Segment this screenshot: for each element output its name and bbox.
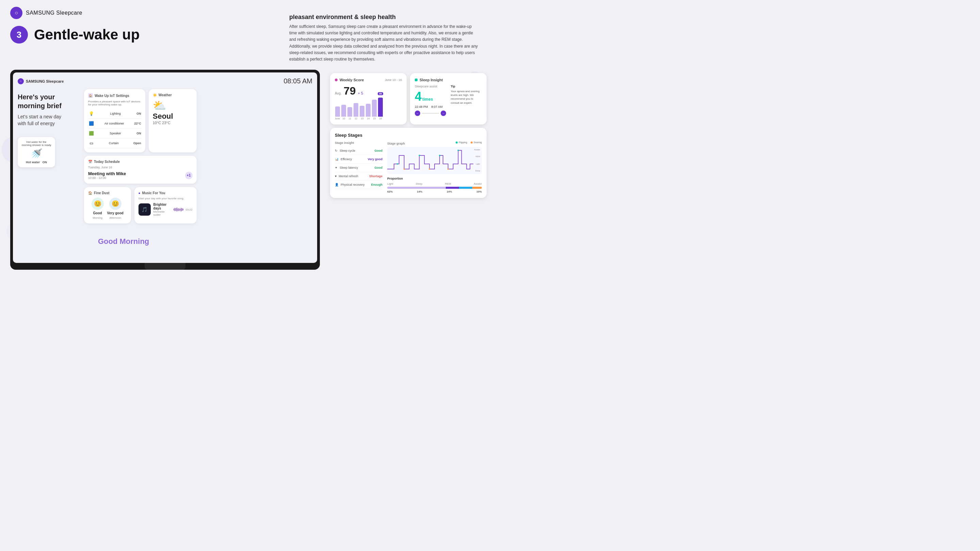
meeting-badge: +1	[185, 172, 192, 179]
stage-icon: ♥	[335, 175, 337, 178]
iot-title: 🏠 Wake Up IoT Settings	[88, 93, 141, 98]
weather-temp: 10°C 23°C	[153, 121, 192, 125]
insight-tip: Tip Your apnea and snoring levels are hi…	[451, 85, 482, 116]
logo-icon: ○	[10, 7, 22, 19]
proportion-section: Proportion Light Deep REM Awake 6	[387, 177, 482, 193]
fine-dust-card: 🏠 Fine Dust 😊 Good Morning 😊 Ver	[84, 187, 131, 224]
score-number: 79	[344, 85, 356, 97]
stage-value: Good	[375, 149, 383, 152]
bar-group: 8616	[378, 98, 383, 120]
music-player: 🎵 Brighter days Monnette sudler	[138, 203, 192, 216]
arrow-right[interactable]: →	[441, 111, 446, 116]
morning-face-icon: 😊	[92, 198, 104, 210]
bar-label: 12	[355, 118, 357, 120]
bar-group: 14	[366, 104, 371, 120]
svg-point-7	[458, 150, 459, 151]
iot-device-row: 🟦 Air conditioner 22°C	[88, 119, 141, 129]
proportion-label: Proportion	[387, 177, 482, 180]
stages-list: ↻ Sleep cycle Good 📊 Efficiecy Very good…	[335, 147, 382, 189]
time-arrows: ← →	[415, 111, 446, 116]
device-icon: 🟩	[88, 130, 94, 137]
svg-point-5	[418, 155, 420, 156]
desc-title: pleasant environment & sleep health	[289, 14, 480, 21]
bar	[335, 106, 340, 117]
desc-body: After sufficient sleep, Samsung sleep ca…	[289, 24, 480, 63]
bar: 86	[378, 98, 383, 117]
svg-point-10	[447, 168, 449, 170]
prop-labels: Light Deep REM Awake	[387, 182, 482, 185]
bar-chart: June1011121314158616	[335, 99, 402, 120]
stage-value: Good	[375, 166, 383, 169]
tv-frame: ○ SAMSUNG Sleepcare 08:05 AM Here's your…	[10, 70, 320, 270]
bar-label: 13	[361, 118, 363, 120]
music-desc: Start your day with your favorite song.	[138, 197, 192, 200]
morning-quality: Good	[93, 211, 102, 215]
device-value: ON	[137, 112, 141, 115]
song-duration: 03:22	[185, 208, 192, 211]
bar-label: 15	[373, 118, 375, 120]
prop-awake	[472, 187, 482, 189]
bar-label: 14	[367, 118, 369, 120]
meeting-name: Meeting with Mike	[88, 171, 126, 176]
bar-group: June	[335, 106, 340, 120]
svg-point-4	[397, 163, 398, 165]
waveform	[173, 207, 183, 212]
device-name: Air conditioner	[105, 122, 124, 125]
schedule-date: Tuesday, June 16	[88, 166, 192, 169]
stage-name: 📊 Efficiecy	[335, 157, 352, 161]
morning-text: Here's your morning brief	[18, 92, 81, 110]
fine-dust-title: 🏠 Fine Dust	[88, 191, 127, 195]
hot-water-label: Hot water ON	[21, 160, 52, 164]
svg-point-8	[404, 168, 405, 170]
stage-row: ♥ Mental refresh Shortage	[335, 172, 382, 181]
music-card: ● Music For You Start your day with your…	[134, 187, 197, 224]
stage-name: 👤 Physical recovery	[335, 183, 365, 186]
afternoon-quality: Very good	[107, 211, 124, 215]
stages-content: Stage insight ↻ Sleep cycle Good 📊 Effic…	[335, 141, 482, 193]
insight-count: 4	[415, 89, 422, 104]
device-icon: 💡	[88, 111, 94, 117]
weather-city: Seoul	[153, 112, 192, 121]
tv-logo-icon: ○	[18, 78, 24, 84]
insight-left: Sleepcare assist 4 times 22:48 PM 8:07 A…	[415, 85, 446, 116]
weekly-score-icon	[335, 79, 337, 81]
stage-row: 👤 Physical recovery Enough	[335, 181, 382, 189]
device-name: Lighting	[110, 112, 121, 115]
description-box: pleasant environment & sleep health Afte…	[289, 14, 480, 63]
dust-morning: 😊 Good Morning	[92, 198, 104, 219]
sleep-insight-title: Sleep Insight	[420, 78, 443, 82]
prop-rem	[459, 187, 472, 189]
schedule-card: 📅 Today Schedule Tuesday, June 16 Meetin…	[84, 156, 197, 184]
good-morning-text: Good Morning	[98, 237, 149, 246]
tv-top-bar: ○ SAMSUNG Sleepcare 08:05 AM	[18, 77, 312, 85]
tv-logo-text: SAMSUNG Sleepcare	[26, 79, 64, 83]
stage-value: Shortage	[369, 175, 382, 178]
score-delta: + 5	[358, 91, 363, 95]
bar	[366, 104, 371, 117]
bar-group: 15	[372, 100, 377, 120]
stage-graph-col: Stage graph Flipping Snoring	[387, 141, 482, 193]
tv-main-grid: Here's your morning brief Let's start a …	[18, 89, 312, 224]
stage-icon: 👤	[335, 183, 339, 186]
bar	[341, 105, 346, 117]
stage-icon: 📊	[335, 157, 339, 161]
top-right-row: Weekly Score June 10 - 16 Avg. 79 + 5 Ju…	[330, 73, 487, 124]
song-artist: Monnette sudler	[153, 210, 171, 216]
legend-snoring: Snoring	[471, 141, 482, 143]
stage-row: 📊 Efficiecy Very good	[335, 155, 382, 164]
bar-label: 10	[342, 118, 345, 120]
tip-text: Your apnea and snoring levels are high. …	[451, 89, 482, 105]
bar-label: 11	[348, 118, 351, 120]
album-art: 🎵	[138, 203, 151, 216]
dust-afternoon: 😊 Very good Afternoon	[107, 198, 124, 219]
graph-legend: Flipping Snoring	[456, 141, 482, 143]
weather-title: ☀️ Weather	[153, 93, 192, 97]
bar-label: June	[335, 118, 340, 120]
sleep-time: 22:48 PM	[415, 105, 428, 108]
svg-text:Awake: Awake	[474, 149, 480, 151]
arrow-left[interactable]: ←	[415, 111, 420, 116]
iot-desc: Provides a pleasant space with IoT devic…	[88, 100, 141, 106]
tv-screen: ○ SAMSUNG Sleepcare 08:05 AM Here's your…	[13, 73, 317, 263]
tv-stand	[145, 263, 185, 270]
tip-label: Tip	[451, 85, 482, 88]
